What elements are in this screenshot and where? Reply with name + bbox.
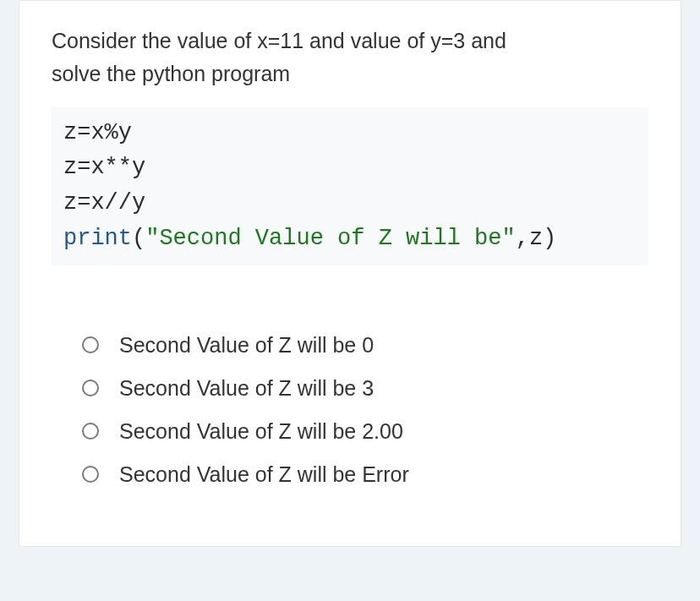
question-prompt: Consider the value of x=11 and value of …	[52, 25, 648, 90]
code-paren-open: (	[132, 226, 145, 251]
radio-icon[interactable]	[82, 466, 99, 483]
prompt-line-2: solve the python program	[52, 62, 290, 85]
option-3[interactable]: Second Value of Z will be Error	[82, 462, 648, 487]
code-line-2: z=x**y	[63, 150, 637, 186]
code-rest: ,z)	[516, 226, 557, 251]
option-1[interactable]: Second Value of Z will be 3	[82, 376, 648, 401]
prompt-line-1: Consider the value of x=11 and value of …	[52, 29, 506, 52]
radio-icon[interactable]	[82, 380, 99, 396]
option-0[interactable]: Second Value of Z will be 0	[82, 333, 648, 358]
question-card: Consider the value of x=11 and value of …	[19, 0, 681, 547]
option-label: Second Value of Z will be 3	[119, 376, 374, 401]
radio-icon[interactable]	[82, 423, 99, 440]
option-label: Second Value of Z will be Error	[119, 462, 409, 487]
code-line-1: z=x%y	[63, 116, 637, 151]
option-label: Second Value of Z will be 0	[119, 333, 374, 358]
code-string: "Second Value of Z will be"	[145, 226, 515, 251]
code-func: print	[63, 226, 132, 251]
code-line-3: z=x//y	[63, 186, 637, 221]
options-group: Second Value of Z will be 0 Second Value…	[52, 333, 648, 487]
option-2[interactable]: Second Value of Z will be 2.00	[82, 419, 648, 444]
code-block: z=x%y z=x**y z=x//y print("Second Value …	[52, 107, 648, 265]
radio-icon[interactable]	[82, 336, 99, 353]
option-label: Second Value of Z will be 2.00	[119, 419, 403, 444]
code-line-4: print("Second Value of Z will be",z)	[63, 221, 637, 257]
